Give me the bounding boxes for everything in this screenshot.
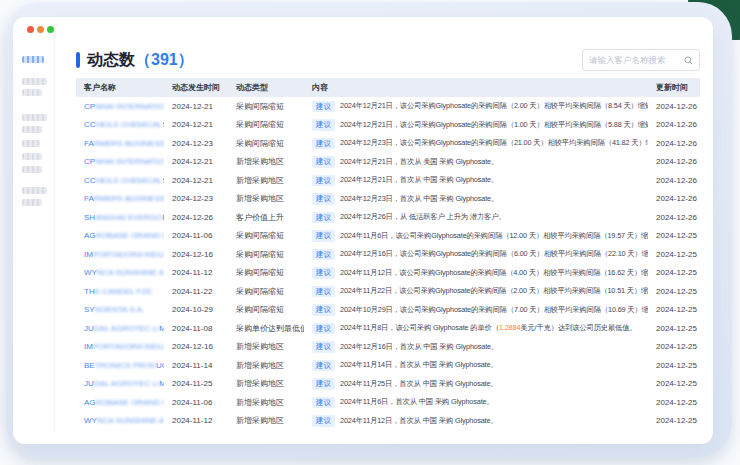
content-text: 2024年12月16日，该公司采购Glyphosate的采购间隔（6.00 天）… [340,249,648,259]
customer-name-link[interactable]: JUDAL AGROTEC LIMITED [76,324,164,333]
activity-type: 新增采购地区 [228,193,304,204]
activity-type: 采购单价达到最低值 [228,323,304,334]
customer-name-link[interactable]: WYNCA SUNSHINE AGRIC ... [76,416,164,425]
suggestion-badge: 建议 [312,101,335,113]
sidebar-item[interactable] [22,78,47,85]
activity-content: 建议 2024年10月29日，该公司采购Glyphosate的采购间隔（7.00… [304,304,648,316]
customer-name-link[interactable]: FARMERS BUSINESSNET... [76,194,164,203]
customer-name-link[interactable]: JUDAL AGROTEC LIMITED [76,379,164,388]
title-accent-bar [76,52,80,68]
search-input[interactable] [589,55,684,65]
activity-type: 采购间隔缩短 [228,286,304,297]
suggestion-badge: 建议 [312,230,335,242]
activity-content: 建议 2024年11月14日，首次从 中国 采购 Glyphosate。 [304,360,648,372]
table-row: WYNCA SUNSHINE AGRIC ... 2024-11-12 新增采购… [76,412,700,431]
activity-content: 建议 2024年12月23日，该公司采购Glyphosate的采购间隔（21.0… [304,138,648,150]
customer-name-link[interactable]: SHANGHAI EVERGOINTER... [76,213,164,222]
sidebar-item[interactable] [22,199,42,206]
content-text: 2024年11月6日，该公司采购Glyphosate的采购间隔（12.00 天）… [340,231,648,241]
occur-date: 2024-12-23 [164,194,228,203]
table-row: JUDAL AGROTEC LIMITED 2024-11-08 采购单价达到最… [76,319,700,338]
customer-name-link[interactable]: CPNHAI INTERNATIONAL L... [76,102,164,111]
table-row: SYNGENTA S.A. 2024-10-29 采购间隔缩短 建议 2024年… [76,301,700,320]
suggestion-badge: 建议 [312,119,335,131]
customer-name-link[interactable]: CCHEILS CHEMICALS LLC [76,120,164,129]
sidebar-item[interactable] [22,187,47,194]
customer-name-link[interactable]: THE CANDEL FZE [76,287,164,296]
activity-type: 新增采购地区 [228,397,304,408]
activity-type: 采购间隔缩短 [228,249,304,260]
occur-date: 2024-11-06 [164,398,228,407]
customer-name-link[interactable]: CCHEILS CHEMICALS LLC [76,176,164,185]
table-row: IMPORTADORA INDUSTRIA... 2024-12-16 新增采购… [76,338,700,357]
update-date: 2024-12-25 [648,398,700,407]
table-row: WYNCA SUNSHINE AGRIC ... 2024-11-12 采购间隔… [76,264,700,283]
table-row: FARMERS BUSINESSNET... 2024-12-23 采购间隔缩短… [76,134,700,153]
activity-content: 建议 2024年12月16日，该公司采购Glyphosate的采购间隔（6.00… [304,249,648,261]
update-date: 2024-12-25 [648,379,700,388]
activity-content: 建议 2024年12月21日，首次从 美国 采购 Glyphosate。 [304,156,648,168]
column-header-occur-time: 动态发生时间 [164,82,228,93]
suggestion-badge: 建议 [312,156,335,168]
suggestion-badge: 建议 [312,341,335,353]
sidebar-item[interactable] [22,153,42,160]
suggestion-badge: 建议 [312,138,335,150]
customer-name-link[interactable]: AGROBASE GRAND COMPA... [76,398,164,407]
activity-type: 新增采购地区 [228,415,304,426]
update-date: 2024-12-25 [648,342,700,351]
content-text: 2024年12月21日，该公司采购Glyphosate的采购间隔（1.00 天）… [340,120,648,130]
customer-name-link[interactable]: SYNGENTA S.A. [76,305,164,314]
activity-type: 采购间隔缩短 [228,267,304,278]
activity-content: 建议 2024年11月12日，该公司采购Glyphosate的采购间隔（4.00… [304,267,648,279]
content-text: 2024年11月6日，首次从 中国 采购 Glyphosate。 [340,397,494,407]
search-icon[interactable] [684,56,693,65]
update-date: 2024-12-26 [648,157,700,166]
table-row: CPNHAI INTERNATIONAL L... 2024-12-21 采购间… [76,97,700,116]
suggestion-badge: 建议 [312,193,335,205]
update-date: 2024-12-26 [648,139,700,148]
activity-table: 客户名称 动态发生时间 动态类型 内容 更新时间 CPNHAI INTERNAT… [76,78,700,430]
occur-date: 2024-11-22 [164,287,228,296]
sidebar-item[interactable] [22,89,42,96]
content-text: 2024年11月12日，该公司采购Glyphosate的采购间隔（4.00 天）… [340,268,648,278]
table-row: AGROBASE GRAND COMPA... 2024-11-06 新增采购地… [76,393,700,412]
update-date: 2024-12-25 [648,361,700,370]
column-header-content: 内容 [304,82,648,93]
activity-content: 建议 2024年11月12日，首次从 中国 采购 Glyphosate。 [304,415,648,427]
customer-name-link[interactable]: AGROBASE GRAND COMPA... [76,231,164,240]
suggestion-badge: 建议 [312,415,335,427]
occur-date: 2024-12-21 [164,102,228,111]
sidebar-item[interactable] [22,126,42,133]
occur-date: 2024-12-21 [164,157,228,166]
occur-date: 2024-11-12 [164,416,228,425]
search-box [582,49,700,71]
table-row: CCHEILS CHEMICALS LLC 2024-12-21 采购间隔缩短 … [76,116,700,135]
table-row: AGROBASE GRAND COMPA... 2024-11-06 采购间隔缩… [76,227,700,246]
suggestion-badge: 建议 [312,397,335,409]
occur-date: 2024-11-25 [164,379,228,388]
content-text: 2024年10月29日，该公司采购Glyphosate的采购间隔（7.00 天）… [340,305,648,315]
activity-content: 建议 2024年11月6日，该公司采购Glyphosate的采购间隔（12.00… [304,230,648,242]
activity-type: 客户价值上升 [228,212,304,223]
sidebar-item[interactable] [22,140,40,147]
occur-date: 2024-12-23 [164,139,228,148]
content-text: 2024年11月14日，首次从 中国 采购 Glyphosate。 [340,360,498,370]
sidebar-item[interactable] [22,56,44,63]
customer-name-link[interactable]: CPNHAI INTERNATIONAL L... [76,157,164,166]
sidebar-item[interactable] [22,114,47,121]
customer-name-link[interactable]: BETRONICS PRODUCTIO... [76,361,164,370]
update-date: 2024-12-25 [648,324,700,333]
activity-type: 新增采购地区 [228,360,304,371]
sidebar-item[interactable] [22,166,42,173]
activity-content: 建议 2024年12月23日，首次从 中国 采购 Glyphosate。 [304,193,648,205]
customer-name-link[interactable]: IMPORTADORA INDUSTRIA... [76,342,164,351]
activity-type: 新增采购地区 [228,156,304,167]
record-count: （391） [135,50,194,71]
update-date: 2024-12-25 [648,268,700,277]
customer-name-link[interactable]: IMPORTADORA INDUSTRIA... [76,250,164,259]
customer-name-link[interactable]: WYNCA SUNSHINE AGRIC ... [76,268,164,277]
page-header: 动态数 （391） [76,48,700,72]
suggestion-badge: 建议 [312,175,335,187]
main-content: 动态数 （391） 客户名称 动态发生时间 动态类型 内容 更新时间 [55,17,713,444]
customer-name-link[interactable]: FARMERS BUSINESSNET... [76,139,164,148]
